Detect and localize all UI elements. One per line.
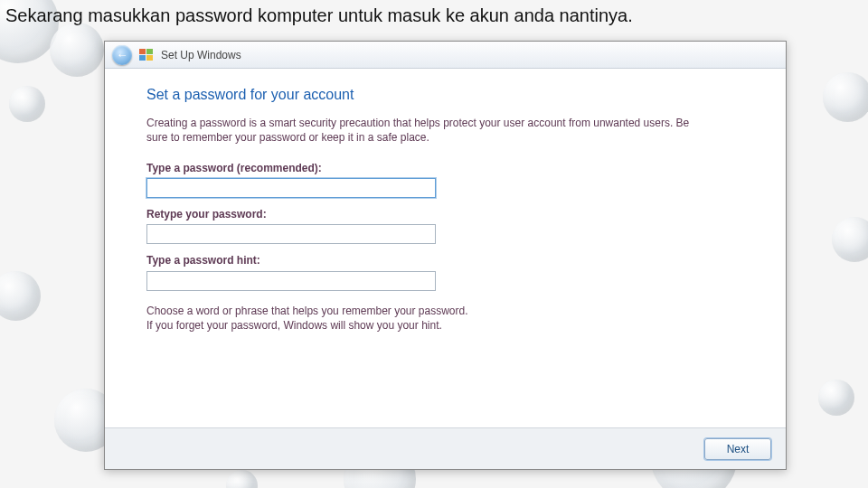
password-label: Type a password (recommended):	[146, 161, 744, 175]
hint-help-line: Choose a word or phrase that helps you r…	[146, 304, 562, 318]
password-input[interactable]	[146, 178, 436, 198]
retype-password-label: Retype your password:	[146, 207, 744, 221]
window-title: Set Up Windows	[161, 49, 241, 61]
decorative-bubble	[832, 217, 868, 262]
content-area: Set a password for your account Creating…	[105, 69, 786, 427]
svg-rect-1	[146, 49, 153, 54]
page-heading: Set a password for your account	[146, 85, 744, 105]
titlebar: ← Set Up Windows	[105, 42, 786, 69]
page-description: Creating a password is a smart security …	[146, 116, 707, 145]
retype-password-input[interactable]	[146, 224, 436, 244]
decorative-bubble	[823, 72, 868, 122]
decorative-bubble	[9, 86, 45, 122]
hint-help-line: If you forget your password, Windows wil…	[146, 318, 562, 333]
decorative-bubble	[226, 470, 258, 488]
windows-flag-icon	[139, 49, 154, 61]
hint-help-text: Choose a word or phrase that helps you r…	[146, 304, 562, 333]
decorative-bubble	[50, 23, 104, 77]
password-hint-input[interactable]	[146, 271, 436, 291]
svg-rect-0	[139, 49, 146, 54]
svg-rect-3	[146, 55, 153, 61]
decorative-bubble	[0, 271, 41, 321]
footer-bar: Next	[105, 427, 786, 469]
back-button[interactable]: ←	[112, 45, 132, 65]
slide-caption: Sekarang masukkan password komputer untu…	[5, 5, 633, 26]
decorative-bubble	[818, 380, 854, 416]
next-button[interactable]: Next	[704, 438, 771, 460]
svg-rect-2	[139, 55, 146, 61]
arrow-left-icon: ←	[117, 48, 128, 61]
password-hint-label: Type a password hint:	[146, 253, 744, 267]
setup-window: ← Set Up Windows Set a password for your…	[104, 41, 787, 470]
